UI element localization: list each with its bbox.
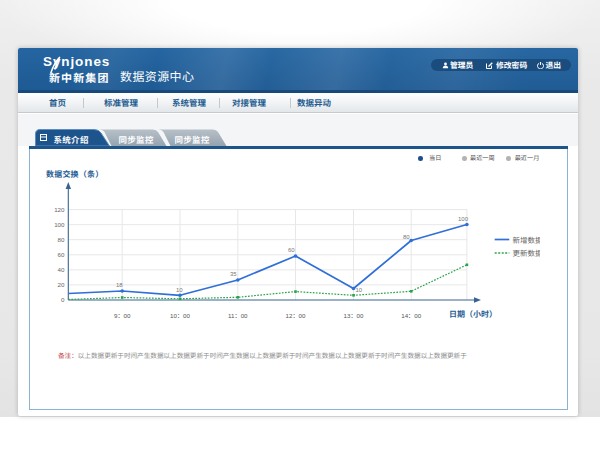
svg-text:9：00: 9：00 <box>114 312 131 319</box>
svg-text:100: 100 <box>54 221 65 228</box>
svg-text:40: 40 <box>58 266 65 273</box>
svg-text:14：00: 14：00 <box>401 312 422 319</box>
svg-text:20: 20 <box>58 281 65 288</box>
svg-text:更新数据: 更新数据 <box>513 249 541 258</box>
svg-text:35: 35 <box>230 271 237 277</box>
svg-text:80: 80 <box>58 236 65 243</box>
svg-text:100: 100 <box>458 216 469 222</box>
svg-text:120: 120 <box>54 206 65 213</box>
svg-text:80: 80 <box>403 234 410 240</box>
svg-text:11：00: 11：00 <box>228 312 248 319</box>
svg-text:18: 18 <box>116 282 123 288</box>
svg-text:60: 60 <box>58 251 65 258</box>
svg-text:新增数据: 新增数据 <box>513 236 541 245</box>
svg-text:60: 60 <box>288 247 295 253</box>
svg-text:10: 10 <box>356 287 363 293</box>
svg-text:日期（小时）: 日期（小时） <box>449 310 497 319</box>
svg-text:10: 10 <box>176 287 183 293</box>
svg-text:12：00: 12：00 <box>286 312 307 319</box>
svg-text:10：00: 10：00 <box>170 312 191 319</box>
svg-text:13：00: 13：00 <box>344 312 365 319</box>
svg-text:0: 0 <box>61 296 65 303</box>
